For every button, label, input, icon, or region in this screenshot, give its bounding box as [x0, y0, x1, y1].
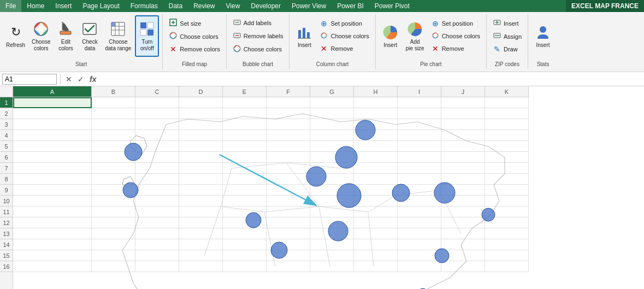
cell-D14[interactable]: [179, 239, 223, 250]
row-header-7[interactable]: 7: [0, 163, 13, 174]
cell-D4[interactable]: [179, 130, 223, 141]
cell-I8[interactable]: [398, 174, 441, 185]
choose-colors-fm-button[interactable]: Choose colors: [166, 30, 222, 43]
cell-I12[interactable]: [398, 217, 441, 228]
cell-G2[interactable]: [310, 108, 354, 119]
cell-I2[interactable]: [398, 108, 441, 119]
cell-I5[interactable]: [398, 141, 441, 152]
cell-K5[interactable]: [485, 141, 529, 152]
refresh-button[interactable]: ↻ Refresh: [3, 15, 28, 57]
cell-F2[interactable]: [267, 108, 310, 119]
cell-A8[interactable]: [13, 174, 92, 185]
cell-E1[interactable]: [223, 97, 267, 108]
cell-J7[interactable]: [441, 163, 485, 174]
cell-F10[interactable]: [267, 196, 310, 207]
cell-D8[interactable]: [179, 174, 223, 185]
cell-A1[interactable]: [13, 97, 92, 108]
remove-cc-button[interactable]: ✕ Remove: [317, 43, 371, 55]
cell-A4[interactable]: [13, 130, 92, 141]
cell-B10[interactable]: [92, 196, 135, 207]
cell-G6[interactable]: [310, 152, 354, 163]
cell-J13[interactable]: [441, 228, 485, 239]
cell-J6[interactable]: [441, 152, 485, 163]
col-header-H[interactable]: H: [354, 86, 398, 97]
cell-H15[interactable]: [354, 250, 398, 261]
cell-B15[interactable]: [92, 250, 135, 261]
cell-H13[interactable]: [354, 228, 398, 239]
row-header-2[interactable]: 2: [0, 108, 13, 119]
col-header-G[interactable]: G: [310, 86, 354, 97]
cell-E15[interactable]: [223, 250, 267, 261]
menu-formulas[interactable]: Formulas: [125, 0, 163, 12]
cell-H16[interactable]: [354, 261, 398, 272]
row-header-11[interactable]: 11: [0, 207, 13, 217]
cell-A6[interactable]: [13, 152, 92, 163]
cell-H1[interactable]: [354, 97, 398, 108]
row-header-15[interactable]: 15: [0, 250, 13, 261]
menu-review[interactable]: Review: [188, 0, 220, 12]
cell-A2[interactable]: [13, 108, 92, 119]
cell-J12[interactable]: [441, 217, 485, 228]
cell-H6[interactable]: [354, 152, 398, 163]
cell-K1[interactable]: [485, 97, 529, 108]
cell-F4[interactable]: [267, 130, 310, 141]
cell-K16[interactable]: [485, 261, 529, 272]
menu-developer[interactable]: Developer: [245, 0, 286, 12]
cell-C10[interactable]: [135, 196, 179, 207]
insert-pie-chart-button[interactable]: Insert: [379, 15, 402, 57]
cell-K7[interactable]: [485, 163, 529, 174]
cell-J9[interactable]: [441, 185, 485, 196]
cell-C3[interactable]: [135, 119, 179, 130]
cell-F7[interactable]: [267, 163, 310, 174]
cell-A16[interactable]: [13, 261, 92, 272]
cell-G8[interactable]: [310, 174, 354, 185]
cell-I3[interactable]: [398, 119, 441, 130]
cell-C14[interactable]: [135, 239, 179, 250]
cell-H9[interactable]: [354, 185, 398, 196]
cell-K12[interactable]: [485, 217, 529, 228]
cell-K10[interactable]: [485, 196, 529, 207]
cancel-formula-button[interactable]: ✕: [64, 75, 74, 84]
cell-J8[interactable]: [441, 174, 485, 185]
cell-A5[interactable]: [13, 141, 92, 152]
cell-J4[interactable]: [441, 130, 485, 141]
cell-B12[interactable]: [92, 217, 135, 228]
set-position-cc-button[interactable]: ⊕ Set position: [317, 17, 371, 30]
cell-D1[interactable]: [179, 97, 223, 108]
cell-D5[interactable]: [179, 141, 223, 152]
remove-colors-fm-button[interactable]: ✕ Remove colors: [166, 43, 222, 55]
row-header-10[interactable]: 10: [0, 196, 13, 207]
cell-F12[interactable]: [267, 217, 310, 228]
cell-E9[interactable]: [223, 185, 267, 196]
cell-H2[interactable]: [354, 108, 398, 119]
row-header-6[interactable]: 6: [0, 152, 13, 163]
cell-F6[interactable]: [267, 152, 310, 163]
cell-C11[interactable]: [135, 207, 179, 217]
cell-E5[interactable]: [223, 141, 267, 152]
cell-H4[interactable]: [354, 130, 398, 141]
menu-page-layout[interactable]: Page Layout: [77, 0, 125, 12]
cell-H12[interactable]: [354, 217, 398, 228]
cell-I10[interactable]: [398, 196, 441, 207]
cell-J15[interactable]: [441, 250, 485, 261]
cell-G1[interactable]: [310, 97, 354, 108]
cell-B3[interactable]: [92, 119, 135, 130]
cell-K8[interactable]: [485, 174, 529, 185]
menu-file[interactable]: File: [0, 0, 21, 12]
assign-zip-button[interactable]: Assign: [490, 30, 524, 43]
cell-F16[interactable]: [267, 261, 310, 272]
cell-A12[interactable]: [13, 217, 92, 228]
cell-H3[interactable]: [354, 119, 398, 130]
cell-E6[interactable]: [223, 152, 267, 163]
row-header-13[interactable]: 13: [0, 228, 13, 239]
cell-I15[interactable]: [398, 250, 441, 261]
draw-zip-button[interactable]: ✎ Draw: [490, 43, 524, 55]
cell-F11[interactable]: [267, 207, 310, 217]
cell-G14[interactable]: [310, 239, 354, 250]
menu-view[interactable]: View: [221, 0, 246, 12]
cell-A15[interactable]: [13, 250, 92, 261]
cell-H5[interactable]: [354, 141, 398, 152]
menu-home[interactable]: Home: [21, 0, 50, 12]
cell-E14[interactable]: [223, 239, 267, 250]
choose-colors-button[interactable]: Choosecolors: [29, 15, 53, 57]
